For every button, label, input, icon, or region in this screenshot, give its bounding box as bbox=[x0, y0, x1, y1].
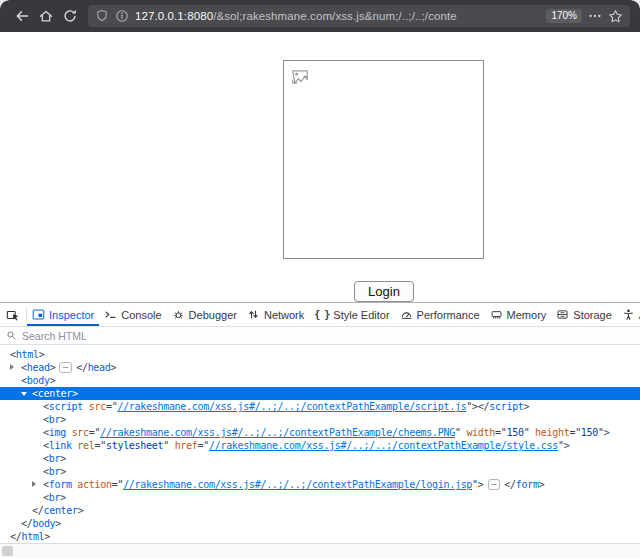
markup-row[interactable]: <br> bbox=[0, 413, 640, 426]
tag-token: html bbox=[16, 349, 39, 360]
devtools-tabbar: InspectorConsoleDebuggerNetwork{ }Style … bbox=[0, 303, 640, 327]
punctuation-token: "> bbox=[598, 427, 609, 438]
punctuation-token: </ bbox=[504, 479, 515, 490]
back-button[interactable] bbox=[10, 4, 34, 28]
markup-row[interactable]: <center> bbox=[0, 387, 640, 400]
punctuation-token: </ bbox=[10, 531, 21, 542]
pick-element-button[interactable] bbox=[0, 303, 26, 326]
link-token[interactable]: //rakeshmane.com/xss.js#/..;/..;/context… bbox=[123, 479, 472, 490]
tag-token: body bbox=[32, 518, 55, 529]
tag-token: head bbox=[88, 362, 111, 373]
tab-label: Inspector bbox=[49, 309, 94, 321]
devtools-tab-performance[interactable]: Performance bbox=[395, 303, 485, 326]
devtools-tab-memory[interactable]: Memory bbox=[485, 303, 552, 326]
value-token: stylesheet bbox=[106, 440, 163, 451]
expand-arrow[interactable] bbox=[32, 481, 36, 487]
markup-row[interactable]: <script src="//rakeshmane.com/xss.js#/..… bbox=[0, 400, 640, 413]
url-text[interactable]: 127.0.0.1:8080/&sol;rakeshmane.com/xss.j… bbox=[135, 10, 540, 22]
login-button[interactable]: Login bbox=[354, 281, 414, 302]
tag-token: br bbox=[49, 492, 60, 503]
console-icon bbox=[104, 308, 117, 321]
markup-row[interactable]: <br> bbox=[0, 452, 640, 465]
markup-row[interactable]: <br> bbox=[0, 491, 640, 504]
punctuation-token: > bbox=[111, 362, 117, 373]
home-icon bbox=[38, 8, 54, 24]
tab-label: Style Editor bbox=[333, 309, 389, 321]
punctuation-token: > bbox=[78, 505, 84, 516]
punctuation-token: > bbox=[524, 401, 530, 412]
markup-row[interactable]: <body> bbox=[0, 374, 640, 387]
collapse-arrow[interactable] bbox=[21, 392, 27, 396]
tag-token: form bbox=[516, 479, 539, 490]
attribute-token: height bbox=[529, 427, 569, 438]
devtools-tab-accessibility[interactable]: Accessibility bbox=[617, 303, 640, 326]
tag-token: br bbox=[49, 414, 60, 425]
devtools-tab-style-editor[interactable]: { }Style Editor bbox=[309, 303, 394, 326]
punctuation-token: </ bbox=[32, 505, 43, 516]
search-input[interactable] bbox=[22, 330, 634, 342]
markup-row[interactable]: </center> bbox=[0, 504, 640, 517]
devtools-search-bar bbox=[0, 327, 640, 345]
punctuation-token: > bbox=[39, 349, 45, 360]
markup-row[interactable]: <br> bbox=[0, 465, 640, 478]
punctuation-token: > bbox=[60, 466, 66, 477]
inspector-icon bbox=[32, 308, 45, 321]
attribute-token: rel bbox=[72, 440, 95, 451]
punctuation-token: </ bbox=[478, 401, 489, 412]
scrollbar-thumb[interactable] bbox=[2, 546, 13, 556]
markup-row[interactable]: <img src="//rakeshmane.com/xss.js#/..;/.… bbox=[0, 426, 640, 439]
devtools-tab-console[interactable]: Console bbox=[99, 303, 166, 326]
punctuation-token: > bbox=[539, 479, 545, 490]
url-path: /&sol;rakeshmane.com/xss.js&num;/..;/..;… bbox=[213, 10, 457, 22]
horizontal-scrollbar[interactable] bbox=[0, 543, 640, 558]
bookmark-star-button[interactable] bbox=[608, 9, 623, 24]
punctuation-token: "> bbox=[472, 479, 483, 490]
reload-button[interactable] bbox=[58, 4, 82, 28]
pick-element-icon bbox=[6, 308, 20, 322]
expand-arrow[interactable] bbox=[10, 364, 14, 370]
tag-token: script bbox=[49, 401, 83, 412]
back-arrow-icon bbox=[14, 8, 30, 24]
home-button[interactable] bbox=[34, 4, 58, 28]
link-token[interactable]: //rakeshmane.com/xss.js#/..;/..;/context… bbox=[117, 401, 466, 412]
debugger-icon bbox=[172, 308, 185, 321]
link-token[interactable]: //rakeshmane.com/xss.js#/..;/..;/context… bbox=[209, 440, 558, 451]
tag-token: head bbox=[27, 362, 50, 373]
markup-row[interactable]: <head>⋯</head> bbox=[0, 361, 640, 374]
search-icon bbox=[6, 330, 17, 341]
link-token[interactable]: //rakeshmane.com/xss.js#/..;/..;/context… bbox=[100, 427, 455, 438]
punctuation-token: =" bbox=[112, 479, 123, 490]
punctuation-token: > bbox=[50, 375, 56, 386]
page-actions-button[interactable] bbox=[588, 9, 602, 23]
punctuation-token: "> bbox=[558, 440, 569, 451]
attribute-token: width bbox=[461, 427, 495, 438]
markup-row[interactable]: <link rel="stylesheet" href="//rakeshman… bbox=[0, 439, 640, 452]
markup-row[interactable]: </body> bbox=[0, 517, 640, 530]
tracking-shield-icon[interactable] bbox=[95, 9, 109, 23]
tag-token: script bbox=[489, 401, 523, 412]
tag-token: img bbox=[49, 427, 66, 438]
devtools-tab-storage[interactable]: Storage bbox=[551, 303, 617, 326]
storage-icon bbox=[556, 308, 569, 321]
collapsed-ellipsis-badge[interactable]: ⋯ bbox=[488, 479, 501, 490]
tag-token: body bbox=[27, 375, 50, 386]
accessibility-icon bbox=[622, 308, 635, 321]
reload-icon bbox=[62, 8, 78, 24]
braces-icon: { } bbox=[314, 309, 329, 320]
collapsed-ellipsis-badge[interactable]: ⋯ bbox=[59, 362, 72, 373]
memory-icon bbox=[490, 308, 503, 321]
site-info-icon[interactable] bbox=[115, 9, 129, 23]
markup-row[interactable]: <html> bbox=[0, 348, 640, 361]
tab-label: Console bbox=[121, 309, 161, 321]
markup-view: <html><head>⋯</head><body><center><scrip… bbox=[0, 345, 640, 549]
zoom-indicator[interactable]: 170% bbox=[546, 9, 582, 23]
markup-row[interactable]: <form action="//rakeshmane.com/xss.js#/.… bbox=[0, 478, 640, 491]
devtools-tab-network[interactable]: Network bbox=[242, 303, 309, 326]
markup-row[interactable]: </html> bbox=[0, 530, 640, 543]
devtools-tab-debugger[interactable]: Debugger bbox=[167, 303, 242, 326]
url-host: 127.0.0.1:8080 bbox=[135, 10, 213, 22]
address-bar[interactable]: 127.0.0.1:8080/&sol;rakeshmane.com/xss.j… bbox=[88, 5, 630, 27]
devtools-tab-strip: InspectorConsoleDebuggerNetwork{ }Style … bbox=[27, 303, 640, 326]
tab-label: Performance bbox=[417, 309, 480, 321]
devtools-tab-inspector[interactable]: Inspector bbox=[27, 303, 99, 326]
